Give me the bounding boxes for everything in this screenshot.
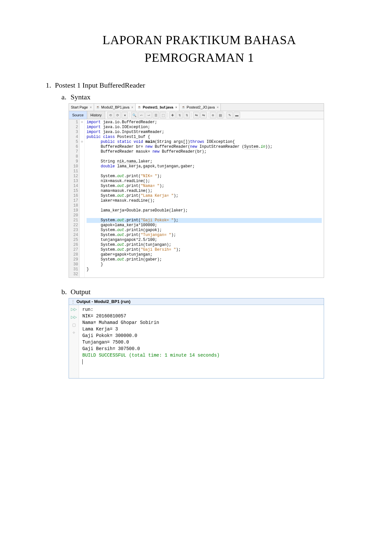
toolbar-icon[interactable]: ⇆: [200, 112, 207, 118]
source-view-button[interactable]: Source: [69, 111, 87, 119]
editor-tab-label: Postest2_JO.java: [187, 105, 215, 109]
grip-icon: ⋮: [71, 299, 75, 304]
history-view-button[interactable]: History: [87, 111, 105, 119]
ide-editor: Start Page×☕Modul2_BP1.java×☕Postest1_bu…: [69, 103, 324, 278]
output-gutter-icon[interactable]: ▢: [71, 322, 77, 328]
toolbar-icon[interactable]: ⬚: [160, 112, 166, 118]
toolbar-icon[interactable]: ✚: [169, 112, 176, 118]
java-file-icon: ☕: [138, 105, 141, 109]
doc-title-line1: LAPORAN PRAKTIKUM BAHASA: [46, 33, 353, 47]
section-1: 1.Postest 1 Input BufferedReader: [46, 81, 353, 90]
toolbar-icon[interactable]: ⟲: [107, 112, 114, 118]
editor-tab-2[interactable]: ☕Postest1_buf.java×: [136, 104, 179, 111]
subsection-b: b.Output: [61, 288, 353, 296]
toolbar-icon[interactable]: ▬: [234, 112, 240, 118]
toolbar-separator: [208, 112, 208, 118]
toolbar-icon[interactable]: ⤻: [145, 112, 152, 118]
toolbar-separator: [191, 112, 192, 118]
close-icon[interactable]: ×: [217, 106, 219, 109]
toolbar-icon-row: ⟲⟳▾🔍⤺⤻☰⬚✚↯↯⇆⇆⭘▤✎▬: [105, 112, 242, 118]
fold-gutter: ⊟ ⊟: [80, 119, 85, 278]
editor-tab-label: Start Page: [71, 105, 88, 109]
java-file-icon: ☕: [181, 105, 185, 109]
toolbar-separator: [168, 112, 168, 118]
editor-toolbar: Source History ⟲⟳▾🔍⤺⤻☰⬚✚↯↯⇆⇆⭘▤✎▬: [69, 111, 324, 119]
toolbar-icon[interactable]: ▤: [217, 112, 223, 118]
subsection-b-text: Output: [71, 288, 90, 296]
toolbar-icon[interactable]: ↯: [176, 112, 183, 118]
toolbar-icon[interactable]: ⟳: [114, 112, 121, 118]
output-gutter: ▷▷▷▷▢✧: [69, 305, 79, 378]
output-title-bar: ⋮Output - Modul2_BP1 (run): [69, 298, 324, 305]
output-console[interactable]: run:NIK= 20160810057Nama= Muhamad Ghopar…: [79, 305, 324, 378]
editor-tabs: Start Page×☕Modul2_BP1.java×☕Postest1_bu…: [69, 104, 324, 111]
subsection-a-letter: a.: [61, 93, 71, 101]
close-icon[interactable]: ×: [175, 106, 177, 109]
section-1-number: 1.: [46, 81, 55, 90]
editor-tab-label: Modul2_BP1.java: [101, 105, 129, 109]
editor-tab-1[interactable]: ☕Modul2_BP1.java×: [94, 104, 136, 111]
output-panel: ⋮Output - Modul2_BP1 (run) ▷▷▷▷▢✧ run:NI…: [69, 298, 324, 378]
output-title-text: Output - Modul2_BP1 (run): [76, 299, 130, 304]
code-content[interactable]: import java.io.BufferedReader;import jav…: [85, 119, 324, 278]
output-gutter-icon[interactable]: ▷▷: [71, 306, 77, 312]
line-number-gutter: 1234567891011121314151617181920212223242…: [69, 119, 80, 278]
editor-tab-label: Postest1_buf.java: [143, 105, 173, 109]
toolbar-icon[interactable]: ▾: [122, 112, 128, 118]
output-gutter-icon[interactable]: ▷▷: [71, 314, 77, 320]
editor-tab-3[interactable]: ☕Postest2_JO.java×: [179, 104, 221, 111]
toolbar-icon[interactable]: ⭘: [210, 112, 216, 118]
toolbar-icon[interactable]: ↯: [184, 112, 190, 118]
editor-tab-0[interactable]: Start Page×: [69, 104, 94, 111]
java-file-icon: ☕: [96, 105, 100, 109]
code-area: 1234567891011121314151617181920212223242…: [69, 119, 324, 278]
toolbar-separator: [225, 112, 225, 118]
toolbar-icon[interactable]: 🔍: [131, 112, 138, 118]
toolbar-separator: [129, 112, 130, 118]
subsection-a: a.Syntax: [61, 93, 353, 101]
section-1-text: Postest 1 Input BufferedReader: [55, 81, 145, 89]
close-icon[interactable]: ×: [131, 106, 133, 109]
doc-title-line2: PEMROGRAMAN 1: [46, 50, 353, 65]
toolbar-icon[interactable]: ☰: [153, 112, 159, 118]
output-gutter-icon[interactable]: ✧: [71, 330, 77, 336]
subsection-a-text: Syntax: [71, 93, 90, 101]
close-icon[interactable]: ×: [90, 106, 92, 109]
subsection-b-letter: b.: [61, 288, 71, 296]
toolbar-icon[interactable]: ⤺: [138, 112, 145, 118]
toolbar-icon[interactable]: ✎: [226, 112, 233, 118]
toolbar-icon[interactable]: ⇆: [193, 112, 200, 118]
